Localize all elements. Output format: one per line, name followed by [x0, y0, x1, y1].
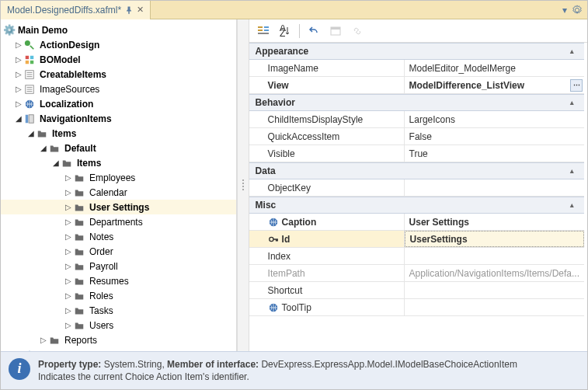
prop-itempath[interactable]: ItemPathApplication/NavigationItems/Item… [249, 265, 584, 282]
tree-node-order[interactable]: ▷Order [1, 244, 236, 259]
prop-view[interactable]: ViewModelDifference_ListView⋯ [249, 77, 584, 94]
collapse-icon[interactable]: ▴ [570, 99, 578, 106]
tree-node-items[interactable]: ◢Items [1, 155, 236, 170]
prop-value[interactable] [405, 248, 584, 264]
tree-node-employees[interactable]: ▷Employees [1, 170, 236, 185]
expand-arrow-icon[interactable]: ◢ [50, 158, 61, 167]
svg-rect-3 [26, 60, 29, 63]
prop-childitemsdisplaystyle[interactable]: ChildItemsDisplayStyleLargeIcons [249, 111, 584, 128]
tree-root[interactable]: ⚙️ Main Demo [1, 23, 236, 37]
expand-arrow-icon[interactable]: ◢ [13, 114, 24, 123]
tree-node-resumes[interactable]: ▷Resumes [1, 273, 236, 288]
prop-imagename[interactable]: ImageNameModelEditor_ModelMerge [249, 60, 584, 77]
expand-arrow-icon[interactable]: ▷ [38, 336, 49, 344]
collapse-icon[interactable]: ▴ [570, 201, 578, 209]
prop-value[interactable] [405, 282, 584, 298]
prop-value[interactable]: False [405, 128, 584, 145]
expand-arrow-icon[interactable]: ▷ [13, 40, 24, 49]
expand-arrow-icon[interactable]: ▷ [63, 232, 74, 241]
prop-value[interactable]: LargeIcons [405, 111, 584, 127]
ellipsis-button[interactable]: ⋯ [570, 79, 583, 92]
tree-node-payroll[interactable]: ▷Payroll [1, 259, 236, 273]
expand-arrow-icon[interactable]: ▷ [13, 99, 24, 108]
expand-arrow-icon[interactable]: ▷ [63, 203, 74, 211]
tree-node-calendar[interactable]: ▷Calendar [1, 185, 236, 200]
prop-value[interactable] [405, 299, 584, 315]
property-grid: AZ Appearance▴ImageNameModelEditor_Model… [249, 19, 587, 351]
expand-arrow-icon[interactable]: ▷ [13, 70, 24, 78]
sort-icon[interactable]: AZ [277, 23, 293, 39]
tree-node-reports[interactable]: ▷Reports [1, 333, 236, 347]
tree-label: Notes [88, 232, 113, 242]
close-icon[interactable]: ✕ [137, 5, 144, 15]
window-dropdown-icon[interactable]: ▾ [562, 5, 567, 16]
tree-label: Localization [38, 99, 93, 110]
expand-arrow-icon[interactable]: ▷ [63, 262, 74, 270]
tree-node-notes[interactable]: ▷Notes [1, 229, 236, 244]
collapse-icon[interactable]: ▴ [570, 47, 578, 55]
document-tab[interactable]: Model.DesignedDiffs.xafml* ✕ [1, 1, 151, 19]
category-label: Misc [256, 200, 277, 211]
expand-arrow-icon[interactable]: ▷ [63, 277, 74, 285]
prop-tooltip[interactable]: ToolTip [249, 299, 584, 316]
expand-arrow-icon[interactable]: ◢ [38, 144, 49, 152]
splitter[interactable] [237, 19, 249, 351]
tree-node-navigationitems[interactable]: ◢NavigationItems [1, 111, 236, 126]
tree-node-creatableitems[interactable]: ▷CreatableItems [1, 67, 236, 82]
prop-name: Visible [249, 145, 405, 162]
svg-rect-14 [26, 114, 29, 123]
prop-value[interactable]: ModelEditor_ModelMerge [405, 60, 584, 76]
prop-index[interactable]: Index [249, 248, 584, 265]
prop-shortcut[interactable]: Shortcut [249, 282, 584, 299]
expand-arrow-icon[interactable]: ▷ [63, 321, 74, 329]
tree-label: ImageSources [38, 84, 99, 95]
expand-arrow-icon[interactable]: ▷ [63, 188, 74, 197]
tree-node-items[interactable]: ◢Items [1, 126, 236, 141]
folder-icon [74, 261, 88, 272]
tree-node-tasks[interactable]: ▷Tasks [1, 303, 236, 318]
prop-value[interactable]: Application/NavigationItems/Items/Defa..… [405, 265, 584, 281]
prop-value[interactable]: ModelDifference_ListView⋯ [405, 77, 584, 93]
category-data[interactable]: Data▴ [249, 162, 584, 179]
prop-value[interactable]: True [405, 145, 584, 162]
expand-arrow-icon[interactable]: ▷ [63, 247, 74, 256]
category-misc[interactable]: Misc▴ [249, 197, 584, 214]
action-icon [24, 40, 38, 50]
prop-objectkey[interactable]: ObjectKey [249, 179, 584, 197]
tree-node-users[interactable]: ▷Users [1, 318, 236, 333]
expand-arrow-icon[interactable]: ▷ [13, 55, 24, 64]
undo-icon[interactable] [306, 23, 322, 39]
tree-node-default[interactable]: ◢Default [1, 141, 236, 155]
tree-node-actiondesign[interactable]: ▷ActionDesign [1, 37, 236, 52]
categorize-icon[interactable] [256, 23, 271, 39]
expand-arrow-icon[interactable]: ▷ [13, 85, 24, 93]
expand-arrow-icon[interactable]: ▷ [63, 218, 74, 226]
toolbar: AZ [249, 19, 587, 43]
expand-arrow-icon[interactable]: ▷ [63, 291, 74, 300]
tree-node-imagesources[interactable]: ▷ImageSources [1, 82, 236, 96]
prop-visible[interactable]: VisibleTrue [249, 145, 584, 162]
expand-arrow-icon[interactable]: ▷ [63, 306, 74, 315]
category-appearance[interactable]: Appearance▴ [249, 43, 584, 60]
svg-rect-2 [30, 55, 33, 58]
prop-caption[interactable]: CaptionUser Settings [249, 214, 584, 231]
prop-value[interactable] [405, 179, 584, 196]
tree-node-roles[interactable]: ▷Roles [1, 288, 236, 303]
tree-node-departments[interactable]: ▷Departments [1, 214, 236, 229]
collapse-icon[interactable]: ▴ [570, 167, 578, 175]
prop-value[interactable]: UserSettings [405, 231, 584, 247]
tree-node-bomodel[interactable]: ▷BOModel [1, 52, 236, 67]
gear-icon[interactable] [572, 5, 583, 16]
expand-arrow-icon[interactable]: ▷ [63, 173, 74, 182]
prop-id[interactable]: IdUserSettings [249, 231, 584, 248]
tree-node-user-settings[interactable]: ▷User Settings [1, 200, 236, 214]
tree-node-localization[interactable]: ▷Localization [1, 96, 236, 111]
tree-panel[interactable]: ⚙️ Main Demo ▷ActionDesign▷BOModel▷Creat… [1, 19, 237, 351]
prop-quickaccessitem[interactable]: QuickAccessItemFalse [249, 128, 584, 145]
window-icon [328, 23, 343, 39]
tree-label: Reports [63, 335, 97, 346]
pin-icon[interactable] [124, 5, 134, 15]
expand-arrow-icon[interactable]: ◢ [26, 129, 37, 138]
category-behavior[interactable]: Behavior▴ [249, 94, 584, 111]
prop-value[interactable]: User Settings [405, 214, 584, 230]
